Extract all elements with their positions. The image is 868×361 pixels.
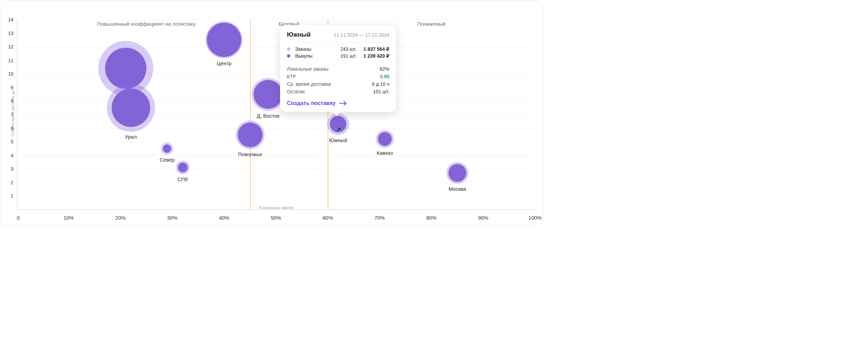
bubble-buyouts-circle — [178, 163, 188, 172]
gridline — [17, 196, 535, 196]
x-tick-label: 0 — [17, 215, 20, 221]
gridline — [17, 60, 535, 61]
gridline — [17, 155, 535, 156]
bubble-label: Север — [159, 157, 175, 163]
bubble-buyouts-circle — [448, 164, 466, 182]
tooltip-buyouts-row: Выкупы 191 шт. 1 239 420 ₽ — [287, 53, 389, 59]
bubble-orders-circle — [107, 84, 155, 132]
arrow-right-icon — [339, 101, 347, 106]
gridline — [17, 74, 535, 74]
x-tick-label: 20% — [115, 215, 126, 221]
bubble-buyouts-circle — [378, 132, 392, 146]
gridline — [17, 128, 535, 129]
x-tick-label: 50% — [271, 215, 281, 221]
tooltip-buyouts-label: Выкупы — [295, 53, 338, 59]
plot-area[interactable]: % локальных заказов Повышенный коэффицие… — [17, 20, 535, 210]
tooltip-kv-row: Локальные заказы62% — [287, 65, 389, 73]
cursor-icon: ↖ — [336, 126, 341, 133]
band-label: Пониженый — [418, 21, 446, 27]
bubble-orders-circle — [446, 162, 468, 184]
bubble-label: Поволжье — [238, 151, 262, 157]
y-tick-label: 13 — [3, 31, 13, 36]
bubble-label: Южный — [329, 137, 347, 143]
bubble-label: Кавказ — [377, 150, 393, 156]
y-tick-label: 11 — [3, 58, 13, 63]
band-boundary — [250, 20, 251, 210]
orders-dot-icon — [287, 47, 290, 51]
bubble-buyouts-circle — [105, 48, 146, 89]
band-label: Повышенный коэффициент на логистику — [97, 21, 196, 27]
tooltip-title: Южный — [287, 31, 311, 38]
y-tick-label: 2 — [3, 180, 13, 185]
tooltip-kv-row: КТР0.95 — [287, 73, 389, 80]
x-tick-label: 60% — [323, 215, 333, 221]
x-tick-label: 100% — [528, 215, 542, 221]
x-tick-label: 90% — [478, 215, 488, 221]
bubble-label: Сибирь — [117, 98, 135, 104]
bubble-label: Москва — [448, 186, 466, 192]
bubble-orders-circle — [205, 21, 243, 58]
tooltip-orders-row: Заказы 243 шт. 1 837 564 ₽ — [287, 46, 389, 53]
bubble-buyouts-circle — [112, 89, 150, 127]
bubble-label: Центр — [217, 60, 232, 66]
bubble-orders-circle — [376, 130, 394, 148]
gridline — [17, 88, 535, 88]
bubble-label: Урал — [125, 134, 137, 140]
tooltip-kv-list: Локальные заказы62%КТР0.95Ср. время дост… — [287, 65, 389, 95]
y-tick-label: 10 — [3, 71, 13, 77]
gridline — [17, 20, 535, 20]
tooltip: Южный 11.11.2024 — 17.11.2024 Заказы 243… — [280, 25, 396, 112]
gridline — [17, 169, 535, 169]
create-delivery-label: Создать поставку — [287, 100, 336, 106]
x-axis: 010%20%30%40%50%60%70%80%90%100% — [17, 212, 535, 223]
x-tick-label: 40% — [219, 215, 229, 221]
gridline — [17, 142, 535, 142]
x-tick-label: 70% — [375, 215, 385, 221]
create-delivery-button[interactable]: Создать поставку — [287, 100, 347, 106]
bubble-label: Д. Восток — [257, 113, 279, 119]
buyouts-dot-icon — [287, 54, 290, 58]
bubble-orders-circle — [252, 78, 285, 111]
bubble-buyouts-circle — [207, 23, 241, 57]
tooltip-orders-value: 1 837 564 ₽ — [364, 46, 389, 52]
y-axis-label: Среднее время доставки, дн. — [11, 90, 15, 136]
tooltip-kv-row: Остатки101 шт. — [287, 88, 389, 95]
tooltip-orders-qty: 243 шт. — [341, 46, 361, 52]
bubble-buyouts-circle — [163, 144, 171, 153]
gridline — [17, 183, 535, 183]
x-axis-label: % локальных заказов — [259, 206, 293, 210]
x-tick-label: 10% — [64, 215, 74, 221]
tooltip-kv-row: Ср. время доставки6 д 10 ч — [287, 80, 389, 88]
y-tick-label: 1 — [3, 193, 13, 199]
bubble-orders-circle — [161, 142, 173, 155]
y-tick-label: 3 — [3, 166, 13, 172]
gridline — [17, 33, 535, 34]
chart-frame: 1234567891011121314 Среднее время достав… — [0, 0, 543, 226]
tooltip-orders-label: Заказы — [295, 46, 338, 52]
y-tick-label: 14 — [3, 17, 13, 22]
gridline — [17, 47, 535, 47]
bubble-label: СПб — [177, 176, 188, 182]
tooltip-buyouts-value: 1 239 420 ₽ — [364, 53, 389, 59]
y-tick-label: 4 — [3, 153, 13, 158]
gridline — [17, 101, 535, 101]
y-tick-label: 5 — [3, 139, 13, 144]
tooltip-date-range: 11.11.2024 — 17.11.2024 — [334, 32, 389, 38]
tooltip-buyouts-qty: 191 шт. — [341, 53, 361, 59]
x-tick-label: 80% — [426, 215, 436, 221]
x-tick-label: 30% — [167, 215, 177, 221]
y-tick-label: 12 — [3, 44, 13, 49]
bubble-orders-circle — [176, 161, 190, 174]
bubble-buyouts-circle — [254, 80, 282, 109]
